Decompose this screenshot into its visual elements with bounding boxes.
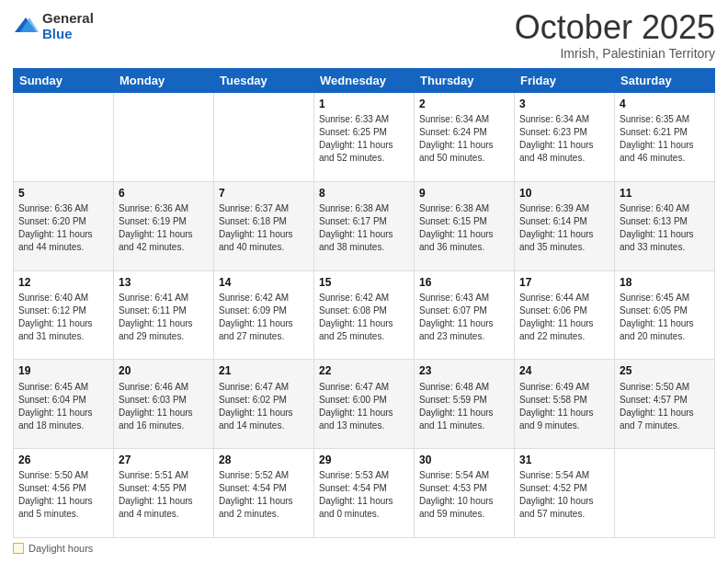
day-number: 25: [620, 363, 710, 378]
calendar-cell: 15Sunrise: 6:42 AM Sunset: 6:08 PM Dayli…: [314, 270, 415, 360]
month-title: October 2025: [515, 11, 715, 44]
calendar-cell: 9Sunrise: 6:38 AM Sunset: 6:15 PM Daylig…: [415, 181, 515, 270]
top-section: General Blue October 2025 Imrish, Palest…: [13, 11, 715, 61]
calendar-header: Sunday Monday Tuesday Wednesday Thursday…: [14, 69, 715, 93]
calendar-cell: 4Sunrise: 6:35 AM Sunset: 6:21 PM Daylig…: [615, 93, 715, 182]
day-number: 29: [319, 453, 409, 467]
day-number: 20: [119, 363, 209, 378]
calendar-cell: 29Sunrise: 5:53 AM Sunset: 4:54 PM Dayli…: [314, 449, 415, 538]
calendar-cell: 7Sunrise: 6:37 AM Sunset: 6:18 PM Daylig…: [214, 181, 314, 270]
day-info: Sunrise: 6:45 AM Sunset: 6:05 PM Dayligh…: [620, 292, 710, 343]
day-number: 17: [519, 275, 609, 290]
calendar-cell: [615, 449, 715, 538]
calendar-week-row: 19Sunrise: 6:45 AM Sunset: 6:04 PM Dayli…: [14, 360, 715, 449]
logo-icon: [13, 14, 39, 40]
day-number: 30: [419, 453, 509, 467]
day-number: 11: [620, 186, 710, 201]
day-info: Sunrise: 6:42 AM Sunset: 6:08 PM Dayligh…: [319, 292, 409, 343]
footer: Daylight hours: [13, 543, 715, 554]
logo-text: General Blue: [42, 11, 94, 41]
day-info: Sunrise: 5:50 AM Sunset: 4:57 PM Dayligh…: [620, 381, 710, 432]
day-info: Sunrise: 6:49 AM Sunset: 5:58 PM Dayligh…: [519, 381, 609, 432]
day-number: 4: [620, 97, 710, 111]
day-info: Sunrise: 6:36 AM Sunset: 6:20 PM Dayligh…: [18, 202, 108, 254]
location: Imrish, Palestinian Territory: [515, 46, 715, 61]
day-number: 13: [119, 275, 209, 290]
calendar-cell: 16Sunrise: 6:43 AM Sunset: 6:07 PM Dayli…: [415, 270, 515, 360]
logo-general: General: [42, 11, 94, 27]
day-info: Sunrise: 6:46 AM Sunset: 6:03 PM Dayligh…: [119, 381, 209, 432]
calendar-cell: 20Sunrise: 6:46 AM Sunset: 6:03 PM Dayli…: [114, 360, 214, 449]
day-number: 21: [219, 363, 309, 378]
day-number: 19: [18, 363, 108, 378]
calendar-cell: 3Sunrise: 6:34 AM Sunset: 6:23 PM Daylig…: [515, 93, 615, 182]
day-number: 27: [119, 453, 209, 467]
day-number: 31: [519, 453, 609, 467]
header-row: Sunday Monday Tuesday Wednesday Thursday…: [14, 69, 715, 93]
calendar-cell: 2Sunrise: 6:34 AM Sunset: 6:24 PM Daylig…: [415, 93, 515, 182]
calendar-cell: 24Sunrise: 6:49 AM Sunset: 5:58 PM Dayli…: [515, 360, 615, 449]
day-info: Sunrise: 6:43 AM Sunset: 6:07 PM Dayligh…: [419, 292, 509, 343]
day-number: 15: [319, 275, 409, 290]
calendar-week-row: 1Sunrise: 6:33 AM Sunset: 6:25 PM Daylig…: [14, 93, 715, 182]
calendar-cell: 8Sunrise: 6:38 AM Sunset: 6:17 PM Daylig…: [314, 181, 415, 270]
daylight-legend: Daylight hours: [13, 543, 93, 554]
calendar-cell: 22Sunrise: 6:47 AM Sunset: 6:00 PM Dayli…: [314, 360, 415, 449]
day-number: 14: [219, 275, 309, 290]
col-thursday: Thursday: [415, 69, 515, 93]
day-info: Sunrise: 6:44 AM Sunset: 6:06 PM Dayligh…: [519, 292, 609, 343]
day-number: 10: [519, 186, 609, 201]
calendar-cell: 18Sunrise: 6:45 AM Sunset: 6:05 PM Dayli…: [615, 270, 715, 360]
calendar-cell: 26Sunrise: 5:50 AM Sunset: 4:56 PM Dayli…: [14, 449, 114, 538]
calendar-cell: 30Sunrise: 5:54 AM Sunset: 4:53 PM Dayli…: [415, 449, 515, 538]
calendar-cell: 5Sunrise: 6:36 AM Sunset: 6:20 PM Daylig…: [14, 181, 114, 270]
calendar-week-row: 12Sunrise: 6:40 AM Sunset: 6:12 PM Dayli…: [14, 270, 715, 360]
day-info: Sunrise: 5:54 AM Sunset: 4:53 PM Dayligh…: [419, 469, 509, 521]
day-info: Sunrise: 6:40 AM Sunset: 6:12 PM Dayligh…: [18, 292, 108, 343]
daylight-label: Daylight hours: [28, 543, 93, 554]
day-info: Sunrise: 6:39 AM Sunset: 6:14 PM Dayligh…: [519, 202, 609, 254]
calendar-cell: [14, 93, 114, 182]
day-info: Sunrise: 6:38 AM Sunset: 6:17 PM Dayligh…: [319, 202, 409, 254]
day-info: Sunrise: 6:37 AM Sunset: 6:18 PM Dayligh…: [219, 202, 309, 254]
calendar-week-row: 26Sunrise: 5:50 AM Sunset: 4:56 PM Dayli…: [14, 449, 715, 538]
page: General Blue October 2025 Imrish, Palest…: [0, 0, 728, 563]
day-info: Sunrise: 6:40 AM Sunset: 6:13 PM Dayligh…: [620, 202, 710, 254]
day-info: Sunrise: 6:41 AM Sunset: 6:11 PM Dayligh…: [119, 292, 209, 343]
day-number: 6: [119, 186, 209, 201]
day-number: 16: [419, 275, 509, 290]
logo-blue: Blue: [42, 27, 94, 42]
day-info: Sunrise: 5:53 AM Sunset: 4:54 PM Dayligh…: [319, 469, 409, 521]
day-number: 28: [219, 453, 309, 467]
col-saturday: Saturday: [615, 69, 715, 93]
day-info: Sunrise: 5:52 AM Sunset: 4:54 PM Dayligh…: [219, 469, 309, 521]
calendar-cell: [214, 93, 314, 182]
col-tuesday: Tuesday: [214, 69, 314, 93]
day-number: 12: [18, 275, 108, 290]
calendar-cell: 12Sunrise: 6:40 AM Sunset: 6:12 PM Dayli…: [14, 270, 114, 360]
day-number: 9: [419, 186, 509, 201]
calendar-cell: 14Sunrise: 6:42 AM Sunset: 6:09 PM Dayli…: [214, 270, 314, 360]
day-number: 3: [519, 97, 609, 111]
day-number: 1: [319, 97, 409, 111]
calendar-cell: 23Sunrise: 6:48 AM Sunset: 5:59 PM Dayli…: [415, 360, 515, 449]
day-info: Sunrise: 5:50 AM Sunset: 4:56 PM Dayligh…: [18, 469, 108, 521]
day-info: Sunrise: 5:54 AM Sunset: 4:52 PM Dayligh…: [519, 469, 609, 521]
col-wednesday: Wednesday: [314, 69, 415, 93]
calendar-body: 1Sunrise: 6:33 AM Sunset: 6:25 PM Daylig…: [14, 93, 715, 538]
calendar-cell: 10Sunrise: 6:39 AM Sunset: 6:14 PM Dayli…: [515, 181, 615, 270]
day-number: 8: [319, 186, 409, 201]
calendar-cell: 6Sunrise: 6:36 AM Sunset: 6:19 PM Daylig…: [114, 181, 214, 270]
day-info: Sunrise: 6:38 AM Sunset: 6:15 PM Dayligh…: [419, 202, 509, 254]
calendar-cell: 31Sunrise: 5:54 AM Sunset: 4:52 PM Dayli…: [515, 449, 615, 538]
calendar-cell: 13Sunrise: 6:41 AM Sunset: 6:11 PM Dayli…: [114, 270, 214, 360]
day-info: Sunrise: 6:47 AM Sunset: 6:00 PM Dayligh…: [319, 381, 409, 432]
col-sunday: Sunday: [14, 69, 114, 93]
logo: General Blue: [13, 11, 94, 41]
calendar-table: Sunday Monday Tuesday Wednesday Thursday…: [13, 68, 715, 538]
col-friday: Friday: [515, 69, 615, 93]
day-number: 2: [419, 97, 509, 111]
day-number: 23: [419, 363, 509, 378]
header-right: October 2025 Imrish, Palestinian Territo…: [515, 11, 715, 61]
day-info: Sunrise: 6:36 AM Sunset: 6:19 PM Dayligh…: [119, 202, 209, 254]
